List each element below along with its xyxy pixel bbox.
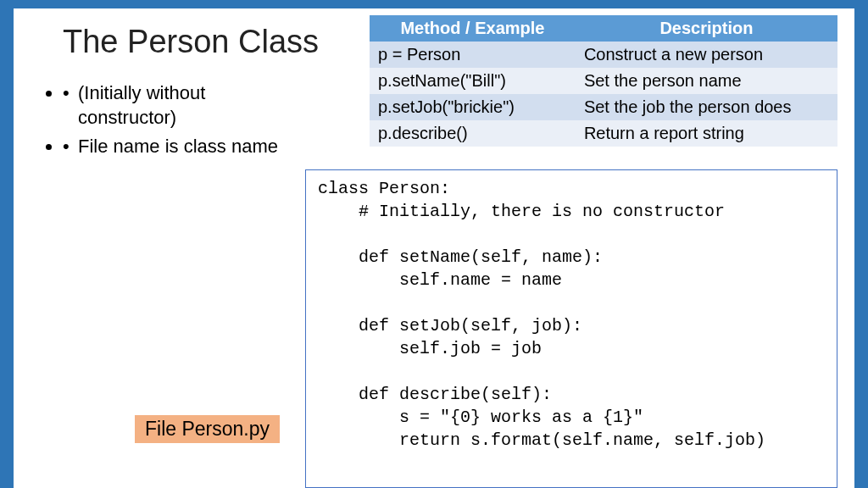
list-item: File name is class name — [63, 135, 300, 159]
file-label: File Person.py — [135, 415, 280, 443]
table-row: p.setJob("brickie") Set the job the pers… — [370, 94, 837, 120]
table-cell: p.describe() — [370, 120, 576, 147]
page-title: The Person Class — [63, 24, 319, 60]
table-cell: p = Person — [370, 42, 576, 68]
table-cell: Return a report string — [576, 120, 837, 147]
table-cell: p.setName("Bill") — [370, 68, 576, 94]
table-header-row: Method / Example Description — [370, 15, 837, 42]
table-header: Method / Example — [370, 15, 576, 42]
table-cell: p.setJob("brickie") — [370, 94, 576, 120]
table-row: p = Person Construct a new person — [370, 42, 837, 68]
table-cell: Set the job the person does — [576, 94, 837, 120]
table-cell: Set the person name — [576, 68, 837, 94]
api-table: Method / Example Description p = Person … — [370, 15, 837, 147]
table-header: Description — [576, 15, 837, 42]
table-cell: Construct a new person — [576, 42, 837, 68]
slide: The Person Class (Initially without cons… — [14, 8, 854, 488]
table-row: p.setName("Bill") Set the person name — [370, 68, 837, 94]
list-item: (Initially without constructor) — [63, 81, 300, 130]
bullet-list: (Initially without constructor) File nam… — [63, 81, 300, 164]
table-row: p.describe() Return a report string — [370, 120, 837, 147]
code-block: class Person: # Initially, there is no c… — [305, 169, 837, 488]
